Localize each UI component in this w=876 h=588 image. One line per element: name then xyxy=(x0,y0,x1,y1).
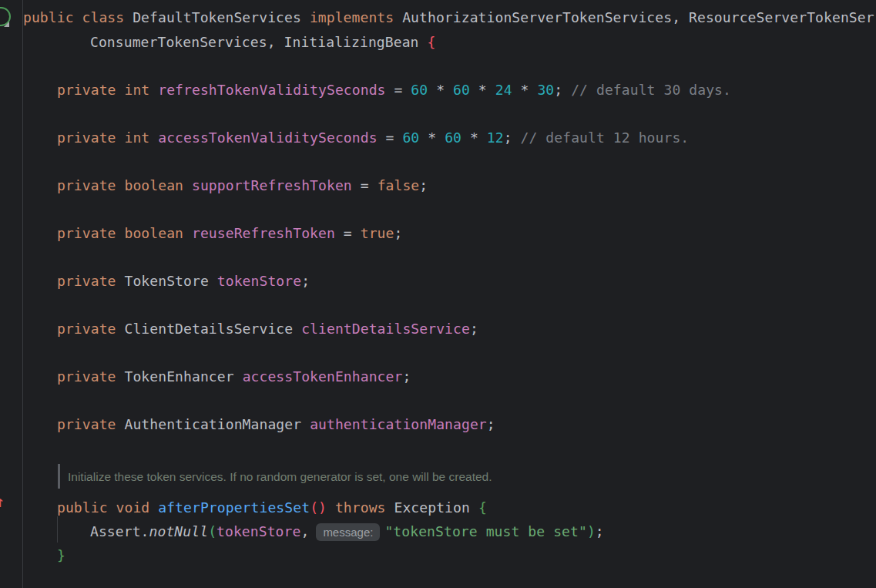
code-token-num: 60 xyxy=(445,129,461,146)
line-method-signature[interactable]: public void afterPropertiesSet() throws … xyxy=(57,496,487,519)
code-token-def: ; xyxy=(394,225,403,241)
code-token-def: Exception xyxy=(386,499,478,516)
code-token-def: ClientDetailsService xyxy=(125,321,302,337)
code-token-field: authenticationManager xyxy=(310,416,487,432)
code-token-def: ; xyxy=(301,273,310,289)
code-token-kw: private xyxy=(57,321,125,337)
line-assert-not-null[interactable]: Assert.notNull(tokenStore,message:"token… xyxy=(90,520,604,543)
code-token-kw: private boolean xyxy=(57,225,192,241)
code-token-kw: public class xyxy=(23,9,133,25)
code-token-def: AuthenticationManager xyxy=(125,416,310,432)
code-token-def: ; xyxy=(554,82,571,98)
gutter-separator xyxy=(22,0,23,588)
line-field-access-validity[interactable]: private int accessTokenValiditySeconds =… xyxy=(57,126,689,150)
code-token-kw: false xyxy=(378,177,420,193)
code-token-parenGreen: ) xyxy=(587,523,596,539)
inlay-hint-message[interactable]: message: xyxy=(316,523,380,541)
class-icon-triangle xyxy=(4,22,9,27)
code-token-field: refreshTokenValiditySeconds xyxy=(158,82,385,98)
code-token-kw: implements xyxy=(310,9,402,25)
line-rendered-doc-comment[interactable]: Initialize these token services. If no r… xyxy=(68,465,492,489)
code-token-field: tokenStore xyxy=(216,523,300,539)
code-token-kw: throws xyxy=(335,499,386,516)
code-token-cmt: // default 30 days. xyxy=(571,82,731,98)
code-token-cmt: // default 12 hours. xyxy=(521,129,690,146)
code-token-brRed: { xyxy=(427,34,435,50)
code-token-def: Assert. xyxy=(90,523,149,539)
code-token-doc: Initialize these token services. If no r… xyxy=(68,470,492,483)
code-token-kw: public void xyxy=(57,499,158,516)
line-field-reuse-refresh[interactable]: private boolean reuseRefreshToken = true… xyxy=(57,222,402,245)
code-token-def: TokenStore xyxy=(125,273,217,289)
code-token-kw: private xyxy=(57,368,125,385)
code-token-def xyxy=(327,499,335,516)
code-token-def: ; xyxy=(470,321,478,337)
code-token-brGreen: } xyxy=(57,547,65,563)
code-token-kw: private xyxy=(57,416,125,432)
code-token-field: tokenStore xyxy=(217,273,301,289)
code-token-brGreen: { xyxy=(478,499,487,516)
code-token-num: 30 xyxy=(537,82,554,98)
code-token-def: = xyxy=(352,177,378,193)
line-field-token-enhancer[interactable]: private TokenEnhancer accessTokenEnhance… xyxy=(57,365,411,388)
code-token-def: , xyxy=(300,523,309,539)
code-token-def: TokenEnhancer xyxy=(125,368,243,385)
code-token-def: ; xyxy=(504,129,521,146)
code-token-num: 60 xyxy=(411,82,428,98)
code-token-def: = xyxy=(378,129,403,146)
line-method-close-brace[interactable]: } xyxy=(57,544,65,567)
doc-comment-toggle-bar[interactable] xyxy=(58,464,60,489)
code-token-method: afterPropertiesSet xyxy=(158,499,310,516)
code-token-field: clientDetailsService xyxy=(301,321,470,337)
line-field-refresh-validity[interactable]: private int refreshTokenValiditySeconds … xyxy=(57,79,731,102)
indent-guide xyxy=(57,516,58,543)
override-arrow-icon[interactable]: ↑ xyxy=(0,493,11,510)
code-token-def: = xyxy=(335,225,361,241)
code-token-field: reuseRefreshToken xyxy=(192,225,335,241)
code-token-def: ConsumerTokenServices, InitializingBean xyxy=(90,34,427,50)
code-token-def: ; xyxy=(596,523,604,539)
code-editor[interactable]: ↑ public class DefaultTokenServices impl… xyxy=(0,0,876,588)
code-token-kw: private boolean xyxy=(57,177,192,193)
code-token-def: * xyxy=(512,82,538,98)
line-field-support-refresh[interactable]: private boolean supportRefreshToken = fa… xyxy=(57,174,428,197)
code-token-kw: true xyxy=(361,225,394,241)
code-token-kw: private int xyxy=(57,82,158,98)
code-token-field: accessTokenValiditySeconds xyxy=(158,129,377,146)
code-token-kw: private int xyxy=(57,129,158,146)
code-token-parenGreen: ( xyxy=(208,523,216,539)
code-token-italic: notNull xyxy=(149,523,209,539)
code-token-num: 24 xyxy=(495,82,512,98)
code-token-kw: private xyxy=(57,273,125,289)
line-class-declaration[interactable]: public class DefaultTokenServices implem… xyxy=(23,6,874,29)
code-token-def: * xyxy=(428,82,453,98)
code-token-def: * xyxy=(419,129,445,146)
line-field-client-details[interactable]: private ClientDetailsService clientDetai… xyxy=(57,318,478,341)
code-token-def: AuthorizationServerTokenServices, Resour… xyxy=(402,9,874,25)
line-field-auth-manager[interactable]: private AuthenticationManager authentica… xyxy=(57,413,495,436)
code-token-num: 12 xyxy=(487,129,504,146)
code-token-brRed: () xyxy=(310,499,327,516)
code-token-field: supportRefreshToken xyxy=(192,177,352,193)
code-token-str: "tokenStore must be set" xyxy=(384,523,587,539)
code-token-num: 60 xyxy=(402,129,419,146)
code-token-def: ; xyxy=(402,368,411,385)
code-token-def: ; xyxy=(487,416,495,432)
code-token-def: * xyxy=(470,82,495,98)
code-token-num: 60 xyxy=(453,82,470,98)
line-class-declaration-continued[interactable]: ConsumerTokenServices, InitializingBean … xyxy=(90,31,435,54)
code-token-def: DefaultTokenServices xyxy=(133,9,310,25)
code-token-def: * xyxy=(461,129,487,146)
code-token-field: accessTokenEnhancer xyxy=(243,368,403,385)
line-field-token-store[interactable]: private TokenStore tokenStore; xyxy=(57,270,310,293)
code-token-def: = xyxy=(386,82,411,98)
code-token-def: ; xyxy=(419,177,428,193)
